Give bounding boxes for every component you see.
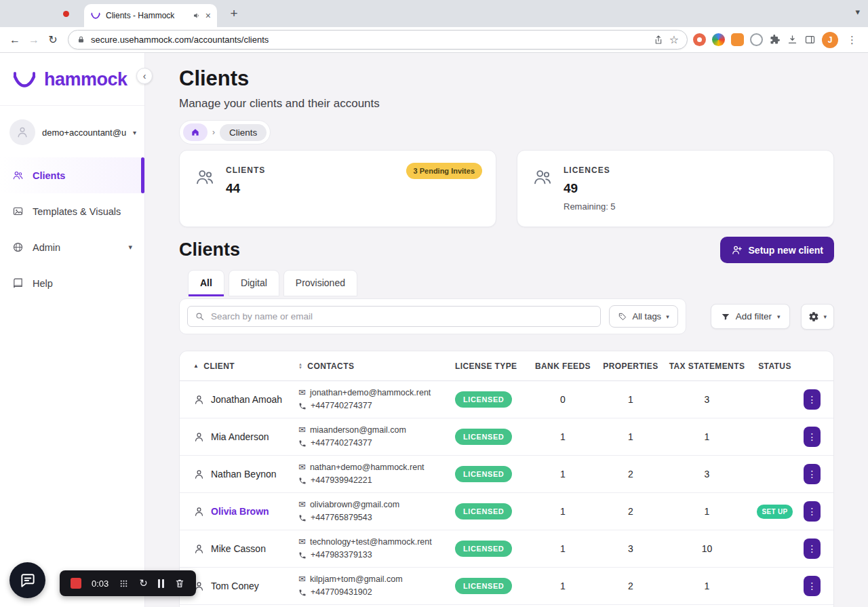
client-name-link[interactable]: Mia Anderson [211,431,269,442]
client-name-link[interactable]: Jonathan Amoah [211,394,282,405]
client-cell: Nathan Beynon [193,469,298,480]
side-panel-icon[interactable] [804,34,816,45]
new-tab-button[interactable]: + [225,5,243,22]
client-cell: Mike Casson [193,543,298,555]
column-bank-feeds: BANK FEEDS [532,361,593,371]
sidebar-item-templates-visuals[interactable]: Templates & Visuals [0,193,144,229]
stop-recording-button[interactable] [71,578,81,589]
extension-icon[interactable] [712,33,725,46]
extension-icon[interactable] [731,33,744,46]
bookmark-star-icon[interactable]: ☆ [669,33,679,46]
contact-email: jonathan+demo@hammock.rent [310,387,431,399]
sidebar-item-admin[interactable]: Admin ▾ [0,229,144,265]
person-icon [193,394,205,406]
table-row: Olivia Brown ✉oliviabrown@gmail.com +447… [180,493,833,530]
delete-recording-icon[interactable] [174,578,185,589]
back-button[interactable]: ← [5,31,24,50]
sidebar-item-label: Templates & Visuals [33,206,121,217]
breadcrumb-current[interactable]: Clients [220,124,267,141]
sidebar-collapse-button[interactable]: ‹ [136,68,153,84]
properties-value: 2 [628,506,633,517]
stat-label: CLIENTS [226,165,265,175]
phone-icon [298,477,307,485]
row-actions-button[interactable]: ⋮ [804,576,821,596]
tab-close-icon[interactable]: × [205,11,211,20]
downloads-icon[interactable] [787,34,798,45]
chat-bubble-icon [19,572,37,589]
contact-email: oliviabrown@gmail.com [310,499,399,511]
brand-logo[interactable]: hammock [0,53,144,106]
actions-cell: ⋮ [804,427,821,447]
search-input[interactable] [211,311,593,321]
add-filter-dropdown[interactable]: Add filter ▾ [711,304,791,329]
phone-icon [298,589,307,597]
bank-feeds-value: 1 [560,581,566,591]
gear-icon [808,311,819,322]
client-name-link[interactable]: Olivia Brown [211,506,269,517]
client-name-link[interactable]: Tom Coney [211,581,259,591]
browser-tab[interactable]: Clients - Hammock × [84,4,217,27]
extensions-area: J ⋮ [693,32,863,48]
sort-asc-icon[interactable]: ▲ [193,363,199,369]
tab-provisioned[interactable]: Provisioned [283,270,357,296]
person-icon [16,125,29,139]
column-properties: PROPERTIES [593,361,668,371]
tab-digital[interactable]: Digital [229,270,279,296]
row-actions-button[interactable]: ⋮ [804,427,821,447]
bank-feeds-value: 1 [560,506,566,517]
contacts-cell: ✉miaanderson@gmail.com +447740274377 [298,424,455,450]
filter-icon [721,312,730,321]
contact-phone: +447765879543 [311,512,372,524]
sidebar-item-clients[interactable]: Clients [0,157,144,193]
extension-icon[interactable] [693,33,706,46]
tab-search-chevron-icon[interactable]: ▾ [855,7,860,17]
pause-recording-icon[interactable] [158,579,164,588]
tax-statements-value: 3 [705,394,710,405]
grid-dots-icon[interactable] [119,579,129,589]
row-actions-button[interactable]: ⋮ [804,389,821,410]
sort-icon[interactable]: ▲▼ [298,363,302,370]
row-actions-button[interactable]: ⋮ [804,539,821,559]
client-name-link[interactable]: Mike Casson [211,543,266,554]
row-actions-button[interactable]: ⋮ [804,501,821,522]
table-row: Jonathan Amoah ✉jonathan+demo@hammock.re… [180,381,833,418]
sidebar-item-help[interactable]: Help [0,265,144,301]
restart-recording-icon[interactable]: ↻ [139,577,148,589]
lock-icon [77,35,85,44]
share-icon[interactable] [653,35,664,45]
breadcrumb-home-button[interactable] [183,123,208,141]
client-cell: Jonathan Amoah [193,394,298,406]
browser-profile-avatar[interactable]: J [822,32,838,48]
license-badge: LICENSED [455,391,512,408]
clients-tabs: All Digital Provisioned [188,270,834,296]
forward-button[interactable]: → [24,31,43,50]
breadcrumb: › Clients [179,120,271,144]
extensions-puzzle-icon[interactable] [769,34,781,45]
section-title: Clients [179,239,240,260]
setup-new-client-button[interactable]: Setup new client [720,237,834,263]
url-text[interactable]: secure.usehammock.com/accountants/client… [91,35,648,45]
table-settings-dropdown[interactable]: ▾ [801,304,834,330]
column-status: STATUS [746,361,804,371]
extension-icon[interactable] [750,33,763,46]
license-cell: LICENSED [455,429,532,445]
table-row: Mike Casson ✉technology+test@hammock.ren… [180,530,833,568]
reload-button[interactable]: ↻ [43,31,62,50]
email-icon: ✉ [298,461,306,473]
chevron-down-icon: ▾ [777,313,781,320]
all-tags-dropdown[interactable]: All tags ▾ [609,305,677,328]
pending-invites-badge: 3 Pending Invites [406,163,482,179]
chat-widget-button[interactable] [9,562,45,598]
admin-icon [12,241,24,253]
account-dropdown[interactable]: demo+accountant@us... ▾ [0,106,144,157]
tab-title: Clients - Hammock [106,11,188,20]
browser-menu-kebab-icon[interactable]: ⋮ [844,34,860,46]
row-actions-button[interactable]: ⋮ [804,464,821,484]
clients-section-header: Clients Setup new client [179,237,834,263]
address-bar[interactable]: secure.usehammock.com/accountants/client… [68,30,688,50]
tab-all[interactable]: All [188,270,224,296]
client-name-link[interactable]: Nathan Beynon [211,469,277,479]
search-box[interactable] [187,306,601,327]
hammock-logo-icon [11,71,38,90]
tax-statements-value: 1 [705,431,710,442]
